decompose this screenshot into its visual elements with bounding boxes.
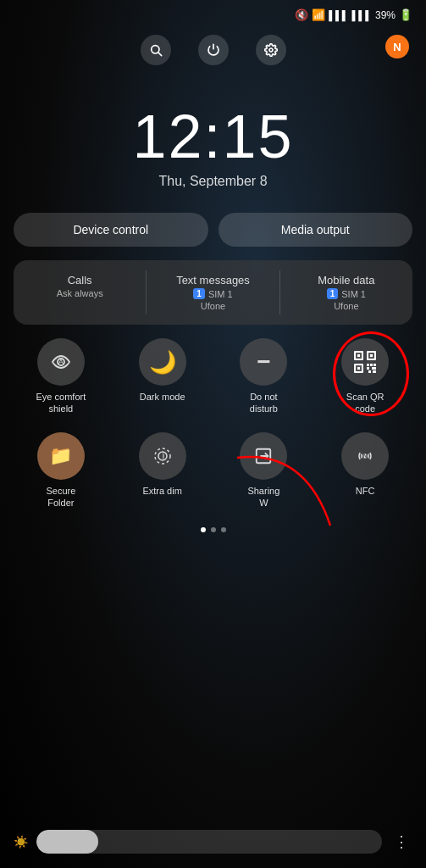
sim-panel: Calls Ask always Text messages 1 SIM 1 U… [14,260,412,325]
brightness-slider[interactable] [36,830,382,854]
svg-text:N: N [363,453,368,459]
media-output-button[interactable]: Media output [219,213,413,247]
dnd-label: Do notdisturb [250,391,278,415]
sim1-data-badge: 1 [327,288,339,299]
toggle-eye-comfort[interactable]: A Eye comfortshield [14,338,108,415]
sim-calls[interactable]: Calls Ask always [14,270,147,314]
texts-sub: 1 SIM 1 [153,288,272,299]
toggle-nfc[interactable]: N NFC [318,432,412,509]
svg-rect-14 [367,364,369,366]
svg-rect-17 [367,367,369,370]
toggles-row2: 📁 SecureFolder Extra dim [0,424,426,518]
eye-comfort-label: Eye comfortshield [36,391,86,415]
svg-rect-10 [370,354,373,357]
dot-1 [201,527,206,532]
scan-qr-label: Scan QRcode [346,391,385,415]
svg-point-2 [269,48,273,52]
brightness-icon: ☀️ [14,835,28,849]
nfc-label: NFC [356,485,375,497]
svg-rect-19 [368,370,371,373]
signal-icon: ▌▌▌ [329,10,348,20]
page-dots [0,517,426,539]
quick-buttons-row: Device control Media output [0,196,426,255]
power-button[interactable] [198,35,229,65]
status-icons: 🔇 📶 ▌▌▌ ▌▌▌ 39% 🔋 [295,8,412,21]
toggles-row1: A Eye comfortshield 🌙 Dark mode − Do not… [0,330,426,424]
svg-rect-15 [370,364,373,366]
svg-rect-7 [357,354,360,357]
toggle-secure-folder[interactable]: 📁 SecureFolder [14,432,108,509]
clock-date: Thu, September 8 [0,174,426,189]
sharing-icon [240,432,287,480]
wifi-icon: 📶 [312,8,325,21]
clock-section: 12:15 Thu, September 8 [0,72,426,196]
dot-3 [221,527,226,532]
calls-label: Calls [20,274,139,287]
secure-folder-label: SecureFolder [46,485,75,509]
bottom-bar: ☀️ ⋮ [0,822,426,868]
scan-qr-icon [341,338,389,386]
data-label: Mobile data [287,274,406,287]
device-control-button[interactable]: Device control [14,213,208,247]
toggle-dnd[interactable]: − Do notdisturb [217,338,312,415]
top-icons-row: N [0,25,426,72]
eye-comfort-icon: A [37,338,85,386]
data-carrier: Ufone [287,301,406,311]
extra-dim-label: Extra dim [142,485,181,497]
sim-data[interactable]: Mobile data 1 SIM 1 Ufone [280,270,412,314]
signal2-icon: ▌▌▌ [352,10,372,20]
more-options-icon[interactable]: ⋮ [390,829,412,854]
toggle-dark-mode[interactable]: 🌙 Dark mode [115,338,210,415]
mute-icon: 🔇 [295,8,308,21]
settings-button[interactable] [256,35,286,65]
data-sub: 1 SIM 1 [287,288,406,299]
clock-time: 12:15 [0,106,426,167]
svg-line-1 [158,53,162,56]
battery-icon: 🔋 [399,8,412,21]
texts-label: Text messages [153,274,272,287]
toggle-scan-qr[interactable]: Scan QRcode [318,338,412,415]
svg-rect-16 [373,364,376,366]
dark-mode-icon: 🌙 [139,338,186,386]
sim-texts[interactable]: Text messages 1 SIM 1 Ufone [147,270,279,314]
svg-rect-18 [372,367,376,370]
extra-dim-icon [139,432,186,480]
texts-carrier: Ufone [153,301,272,311]
sharing-label: SharingW [247,485,279,509]
nfc-icon: N [341,432,389,480]
sim1-badge: 1 [193,288,205,299]
svg-text:A: A [58,358,64,365]
calls-sub: Ask always [20,288,139,298]
notification-badge[interactable]: N [385,35,409,58]
toggle-sharing[interactable]: SharingW [217,432,312,509]
battery-text: 39% [375,9,396,21]
secure-folder-icon: 📁 [37,432,85,480]
brightness-fill [36,830,98,854]
dot-2 [211,527,216,532]
toggle-extra-dim[interactable]: Extra dim [115,432,210,509]
search-button[interactable] [141,35,171,65]
dnd-icon: − [240,338,287,386]
svg-rect-13 [357,367,360,370]
svg-rect-20 [373,370,376,373]
dark-mode-label: Dark mode [140,391,185,403]
status-bar: 🔇 📶 ▌▌▌ ▌▌▌ 39% 🔋 [0,0,426,25]
